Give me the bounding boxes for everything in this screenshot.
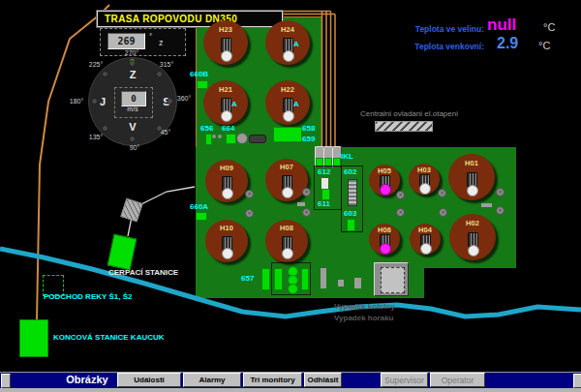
tank-id-label: H24	[265, 25, 310, 34]
tank-id-label: H07	[265, 163, 308, 171]
screw-icon: ✕	[496, 188, 505, 196]
label-664: 664	[222, 124, 234, 133]
valve-mode-letter: A	[231, 100, 237, 108]
toolbar-right-chip	[573, 374, 581, 388]
tank-status-dot	[419, 183, 431, 195]
alarms-button[interactable]: Alarmy	[183, 373, 241, 387]
pump-circle	[236, 133, 248, 144]
tank-status-dot	[380, 184, 391, 196]
tank-H04[interactable]: H04	[410, 224, 441, 255]
label-660b: 660B	[190, 70, 208, 78]
tank-status-dot	[282, 248, 293, 259]
tank-H07[interactable]: H07	[265, 159, 308, 201]
screw-icon: ✕	[496, 206, 505, 215]
compass-screw-icon	[167, 98, 173, 105]
central-heating-control[interactable]	[375, 121, 433, 132]
screw-icon: ✕	[438, 189, 446, 197]
tank-H03[interactable]: H03	[409, 164, 440, 195]
screw-icon: ✕	[302, 188, 311, 196]
label-657: 657	[241, 274, 254, 283]
gray-bar-2	[354, 278, 361, 288]
label-611: 611	[318, 199, 330, 208]
tank-status-dot	[283, 110, 294, 122]
pumping-station-label: CERPACÍ STANICE	[108, 268, 178, 277]
events-button[interactable]: Události	[117, 373, 181, 387]
gray-bar-1	[321, 268, 326, 288]
compass-screw-icon	[102, 71, 108, 77]
tank-status-dot	[221, 110, 232, 122]
tank-status-dot	[420, 243, 432, 255]
screw-icon: ✕	[396, 208, 405, 217]
tank-H22[interactable]: H22A	[265, 80, 310, 125]
tank-status-dot	[222, 248, 233, 259]
boiler-failure-label: Vypadek kotelny	[334, 302, 395, 311]
label-603: 603	[344, 209, 356, 218]
screw-icon: ✕	[245, 209, 254, 218]
screw-icon: ✕	[245, 190, 254, 198]
tank-status-dot	[283, 50, 294, 62]
screw-icon: ✕	[396, 191, 405, 199]
tank-H02[interactable]: H02	[449, 214, 496, 260]
scada-screen: TRASA ROPOVODU DN350 269 ° z Z J S V 0 m…	[0, 0, 581, 392]
tank-H24[interactable]: H24A	[265, 20, 310, 65]
tank-H21[interactable]: H21A	[203, 80, 248, 125]
tank-status-dot	[468, 245, 479, 256]
gray-dot-1	[212, 135, 216, 138]
tank-H06[interactable]: H06	[369, 224, 400, 255]
tank-id-label: H06	[369, 226, 400, 234]
valve-mode-letter: A	[293, 100, 299, 108]
gray-square	[338, 280, 344, 286]
compass-screw-icon	[102, 125, 108, 132]
indicator-612-top	[321, 178, 328, 189]
three-monitors-button[interactable]: Tri monitory	[243, 373, 302, 387]
end-station-symbol[interactable]	[19, 319, 48, 357]
supervisor-button[interactable]: Supervisor	[381, 373, 428, 387]
indicator-660a	[196, 212, 207, 221]
tank-status-dot	[380, 243, 391, 255]
toolbar-left-chip	[1, 374, 11, 388]
river-crossing-label: PODCHOD REKY Š1, Š2	[44, 292, 132, 301]
tank-id-label: H01	[448, 159, 495, 167]
tank-id-label: H09	[205, 164, 248, 172]
indicator-657-3	[301, 268, 309, 290]
mini-bar-left	[297, 202, 305, 206]
tank-status-dot	[282, 187, 293, 198]
logout-button[interactable]: Odhlásit	[304, 373, 342, 387]
screw-icon: ✕	[439, 208, 447, 217]
tank-H10[interactable]: H10	[205, 220, 248, 262]
tank-id-label: H05	[369, 166, 400, 175]
indicator-602	[348, 179, 357, 206]
valve-mode-letter: A	[293, 40, 299, 48]
compass-screw-icon	[156, 71, 163, 77]
toolbar-bottom-edge	[0, 388, 581, 392]
tank-id-label: H23	[203, 25, 248, 34]
screw-icon: ✕	[302, 208, 311, 217]
tank-H01[interactable]: H01	[448, 154, 495, 200]
tank-status-dot	[467, 185, 478, 196]
compass-screw-icon	[129, 60, 136, 67]
tank-id-label: H04	[410, 226, 441, 234]
tank-id-label: H21	[203, 85, 248, 94]
tank-H05[interactable]: H05	[369, 165, 400, 196]
operator-button[interactable]: Operator	[430, 373, 485, 387]
led-circle-3	[288, 284, 298, 294]
label-602: 602	[344, 167, 356, 176]
tank-status-dot	[221, 50, 232, 62]
indicator-664	[226, 134, 236, 144]
indicator-656	[205, 134, 212, 145]
tank-H09[interactable]: H09	[205, 160, 248, 202]
label-656: 656	[200, 124, 213, 133]
label-659: 659	[302, 135, 315, 143]
indicator-657-1	[261, 268, 270, 290]
tank-id-label: H22	[265, 85, 310, 94]
end-station-label: KONCOVÁ STANICE KAUCUK	[53, 333, 165, 342]
indicator-660b	[197, 80, 208, 89]
tank-id-label: H02	[449, 219, 496, 227]
gray-dot-2	[218, 135, 222, 138]
compass-screw-icon	[129, 136, 136, 142]
tank-H23[interactable]: H23	[203, 20, 248, 65]
bottom-toolbar: Obrázky Události Alarmy Tri monitory Odh…	[0, 371, 581, 392]
indicator-658	[273, 127, 302, 142]
tank-id-label: H08	[265, 224, 308, 232]
tank-H08[interactable]: H08	[265, 220, 308, 262]
